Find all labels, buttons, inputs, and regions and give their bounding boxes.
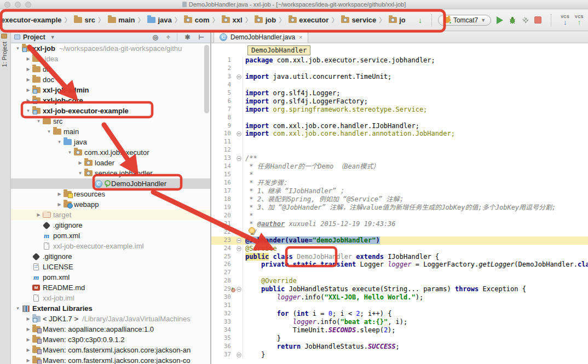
tree-item-webapp[interactable]: ▶webapp [11, 199, 210, 210]
breadcrumb-item-service[interactable]: service [341, 16, 376, 24]
close-tab-icon[interactable]: × [299, 34, 302, 41]
tree-collapse-arrow-icon[interactable]: ▶ [25, 316, 32, 321]
tree-expand-arrow-icon[interactable]: ▼ [14, 46, 21, 51]
tree-item-java[interactable]: ▼java [11, 137, 210, 147]
breadcrumb-item-job[interactable]: job [255, 16, 276, 24]
tree-item-xxl-job-core[interactable]: ▶xxl-job-core [11, 95, 210, 106]
vcs-update-button[interactable]: VCS↓ [561, 15, 569, 26]
editor-tab-demojobhandler[interactable]: DemoJobHandler.java × [214, 31, 308, 43]
tree-item-db[interactable]: ▶db [11, 64, 210, 74]
code-line-19: 19 * 3、加 “@JobHander” 注解，注解value值为新增任务生成… [211, 204, 588, 212]
fold-marker-icon[interactable] [237, 353, 241, 357]
tree-item-external-libraries[interactable]: ▼External Libraries [11, 303, 210, 314]
tree-expand-arrow-icon[interactable]: ▼ [66, 150, 73, 155]
fold-marker-icon[interactable] [237, 74, 241, 79]
tree-item-label: External Libraries [32, 304, 93, 313]
tree-expand-arrow-icon[interactable]: ▼ [35, 119, 42, 124]
breadcrumb-item-executor[interactable]: executor [288, 16, 328, 24]
tree-item-com-xxl-job-executor[interactable]: ▼com.xxl.job.executor [11, 147, 210, 158]
tree-item-target[interactable]: ▶target [11, 210, 210, 220]
line-number: 18 [211, 195, 231, 204]
tree-item-readme-md[interactable]: README.md [11, 282, 210, 293]
tree-collapse-arrow-icon[interactable]: ▶ [25, 98, 32, 103]
tree-collapse-arrow-icon[interactable]: ▶ [25, 358, 32, 363]
tree-collapse-arrow-icon[interactable]: ▶ [35, 212, 42, 217]
tree-item-gitignore[interactable]: .gitignore [11, 251, 210, 262]
tree-item-resources[interactable]: ▶resources [11, 189, 210, 199]
tree-item-maven-aopalliance-aopalliance-1-0[interactable]: ▶Maven: aopalliance:aopalliance:1.0 [11, 324, 210, 334]
tree-item-gitignore[interactable]: .gitignore [11, 220, 210, 230]
tree-item-license[interactable]: LICENSE [11, 262, 210, 272]
tree-item-jdk1-7[interactable]: ▶< JDK1.7 >/Library/Java/JavaVirtualMach… [11, 314, 210, 324]
tree-item-service-jobhandler[interactable]: ▼service.jobhandler [11, 168, 210, 178]
package-icon [184, 16, 193, 24]
fold-marker-icon[interactable] [237, 156, 241, 161]
fold-marker-icon[interactable] [237, 287, 241, 292]
vcs-commit-button[interactable]: VCS↑ [575, 15, 584, 26]
gutter-icons [231, 179, 243, 187]
fold-marker-icon[interactable] [237, 238, 241, 243]
stop-button[interactable] [534, 16, 541, 24]
tree-collapse-arrow-icon[interactable]: ▶ [25, 337, 32, 342]
run-configuration-select[interactable]: Tomcat7 ▼ [438, 15, 491, 26]
tree-item-xxl-job-executor-example-iml[interactable]: xxl-job-executor-example.iml [11, 241, 210, 251]
collapse-all-icon[interactable]: ÷ [166, 34, 170, 41]
tree-expand-arrow-icon[interactable]: ▼ [25, 108, 32, 113]
breadcrumb-item-main[interactable]: main [107, 16, 135, 24]
tree-collapse-arrow-icon[interactable]: ▶ [77, 160, 84, 165]
tree-item-pom-xml[interactable]: pom.xml [11, 230, 210, 241]
settings-gear-icon[interactable]: ✱ [185, 34, 190, 41]
locate-file-icon[interactable]: ◎ [152, 34, 158, 41]
tree-item-pom-xml[interactable]: pom.xml [11, 272, 210, 282]
tree-expand-arrow-icon[interactable]: ▼ [56, 140, 63, 145]
tree-expand-arrow-icon[interactable]: ▼ [45, 129, 53, 134]
tree-collapse-arrow-icon[interactable]: ▶ [25, 56, 32, 61]
tree-collapse-arrow-icon[interactable]: ▶ [56, 202, 63, 207]
navbar-down-arrow-icon[interactable]: ↓ [418, 16, 422, 25]
tree-item-xxl-job[interactable]: ▼xxl-job~/workspaces/idea-git-workspace/… [11, 43, 210, 54]
breadcrumb-item-jobhandler[interactable]: jobhandler [388, 16, 405, 24]
fold-marker-icon[interactable] [237, 131, 241, 136]
code-editor[interactable]: DemoJobHandler 1package com.xxl.job.exec… [211, 43, 588, 364]
breadcrumb-item-src[interactable]: src [74, 16, 96, 24]
debug-button[interactable] [509, 16, 516, 24]
run-with-coverage-button[interactable] [522, 16, 529, 24]
tree-collapse-arrow-icon[interactable]: ▶ [25, 67, 32, 72]
project-panel-title: Project [23, 33, 45, 41]
tree-item-loader[interactable]: ▶loader [11, 158, 210, 168]
code-text: @Service [245, 245, 277, 253]
hide-panel-icon[interactable]: ⊢ [199, 34, 204, 41]
tree-collapse-arrow-icon[interactable]: ▶ [25, 88, 32, 93]
tree-collapse-arrow-icon[interactable]: ▶ [25, 348, 32, 353]
chevron-down-icon[interactable]: ▼ [50, 34, 55, 40]
breadcrumb-item-xxl[interactable]: xxl [222, 16, 243, 24]
tree-expand-arrow-icon[interactable]: ▼ [14, 306, 21, 311]
tree-collapse-arrow-icon[interactable]: ▶ [25, 77, 32, 82]
tree-item-main[interactable]: ▼main [11, 126, 210, 137]
run-button[interactable] [497, 16, 503, 24]
tree-item-doc[interactable]: ▶doc [11, 74, 210, 85]
tree-item-src[interactable]: ▼src [11, 116, 210, 126]
tree-item-xxl-job-executor-example[interactable]: ▼xxl-job-executor-example [11, 106, 210, 116]
tree-collapse-arrow-icon[interactable]: ▶ [56, 192, 63, 197]
code-line-7: 7import org.springframework.stereotype.S… [211, 106, 588, 114]
tree-item-maven-com-fasterxml-jackson-core-jackson-an[interactable]: ▶Maven: com.fasterxml.jackson.core:jacks… [11, 345, 210, 355]
tree-scrollbar[interactable] [204, 45, 209, 113]
tree-collapse-arrow-icon[interactable]: ▶ [25, 327, 32, 332]
git-icon [42, 221, 51, 229]
breadcrumb-item-com[interactable]: com [184, 16, 210, 24]
tree-item-xxl-job-admin[interactable]: ▶xxl-job-admin [11, 85, 210, 95]
intention-bulb-icon[interactable] [249, 227, 255, 234]
tree-item-xxl-job-iml[interactable]: xxl-job.iml [11, 293, 210, 303]
breadcrumb-item-java[interactable]: java [147, 16, 171, 24]
tree-item-demojobhandler[interactable]: DemoJobHandler [11, 178, 210, 189]
tool-window-tab-project[interactable]: 1: Project [1, 33, 8, 67]
override-method-icon[interactable] [230, 286, 235, 292]
tree-item-maven-c3p0-c3p0-0-9-1-2[interactable]: ▶Maven: c3p0:c3p0:0.9.1.2 [11, 334, 210, 345]
tree-item-maven-com-fasterxml-jackson-core-jackson-co[interactable]: ▶Maven: com.fasterxml.jackson.core:jacks… [11, 355, 210, 364]
tree-item-idea[interactable]: ▶.idea [11, 54, 210, 64]
tree-expand-arrow-icon[interactable]: ▼ [77, 171, 84, 176]
gutter-icons [231, 130, 243, 138]
fold-marker-icon[interactable] [237, 246, 241, 251]
breadcrumb-item-executor-example[interactable]: executor-example [1, 16, 62, 24]
